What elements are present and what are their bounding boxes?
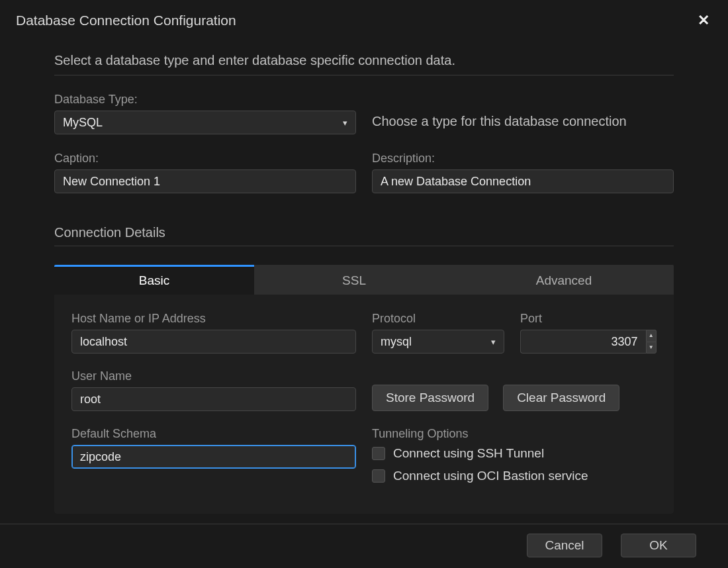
port-stepper[interactable]: ▲ ▼ — [646, 330, 657, 354]
tab-advanced[interactable]: Advanced — [454, 265, 674, 295]
oci-bastion-label: Connect using OCI Bastion service — [393, 469, 588, 483]
chevron-down-icon: ▾ — [491, 337, 496, 347]
description-input[interactable] — [372, 169, 674, 193]
stepper-down-icon[interactable]: ▼ — [646, 342, 657, 354]
dialog-header: Database Connection Configuration ✕ — [0, 0, 728, 29]
cancel-button[interactable]: Cancel — [527, 534, 602, 557]
tabs: Basic SSL Advanced — [54, 265, 674, 295]
tab-basic[interactable]: Basic — [54, 265, 254, 295]
chevron-down-icon: ▾ — [343, 118, 347, 128]
oci-bastion-checkbox[interactable] — [372, 469, 385, 483]
ssh-tunnel-checkbox[interactable] — [372, 447, 385, 460]
stepper-up-icon[interactable]: ▲ — [646, 330, 657, 342]
description-label: Description: — [372, 152, 674, 166]
dbtype-helper: Choose a type for this database connecti… — [372, 98, 674, 129]
tunneling-label: Tunneling Options — [372, 427, 657, 441]
ssh-tunnel-label: Connect using SSH Tunnel — [393, 446, 544, 461]
host-label: Host Name or IP Address — [71, 312, 356, 326]
intro-text: Select a database type and enter databas… — [54, 53, 674, 75]
caption-input[interactable] — [54, 169, 356, 193]
username-label: User Name — [71, 369, 356, 383]
host-input[interactable] — [71, 330, 356, 354]
tab-panel-basic: Host Name or IP Address Protocol mysql ▾ — [54, 295, 674, 514]
dbtype-select[interactable]: MySQL ▾ — [54, 111, 356, 134]
schema-input[interactable] — [71, 445, 356, 469]
db-connection-dialog: Database Connection Configuration ✕ Sele… — [0, 0, 728, 568]
port-input[interactable] — [520, 330, 646, 354]
tab-ssl[interactable]: SSL — [254, 265, 454, 295]
caption-label: Caption: — [54, 152, 356, 166]
port-label: Port — [520, 312, 657, 326]
dialog-body: Select a database type and enter databas… — [0, 29, 728, 524]
clear-password-button[interactable]: Clear Password — [503, 385, 619, 411]
store-password-button[interactable]: Store Password — [372, 385, 488, 411]
protocol-select[interactable]: mysql ▾ — [372, 330, 504, 354]
dbtype-value: MySQL — [63, 116, 103, 130]
protocol-value: mysql — [381, 335, 412, 349]
ok-button[interactable]: OK — [621, 534, 696, 557]
dialog-footer: Cancel OK — [0, 524, 728, 568]
protocol-label: Protocol — [372, 312, 504, 326]
close-icon[interactable]: ✕ — [695, 12, 712, 29]
schema-label: Default Schema — [71, 427, 356, 441]
dialog-title: Database Connection Configuration — [16, 13, 236, 28]
connection-details-title: Connection Details — [54, 225, 674, 246]
username-input[interactable] — [71, 387, 356, 411]
dbtype-label: Database Type: — [54, 93, 356, 107]
